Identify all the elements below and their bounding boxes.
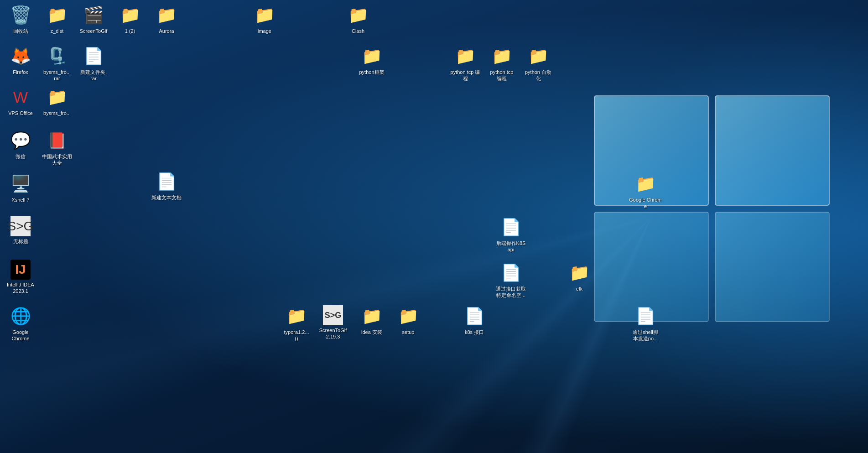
python-auto-label: python 自动化: [525, 69, 551, 82]
aurora-icon: 📁: [156, 4, 177, 26]
new-text-label: 新建文本文档: [151, 194, 182, 201]
12-vue-label: python框架: [359, 69, 384, 75]
new-text-icon: 📄: [156, 171, 177, 193]
martial-arts-icon: 📕: [46, 130, 68, 151]
firefox-icon: 🦊: [10, 45, 31, 67]
wechat-icon: 💬: [10, 130, 31, 151]
screentogif-label: ScreenToGif: [80, 28, 108, 34]
setup-icon: 📁: [397, 305, 419, 327]
backend-k8s-icon: 📄: [500, 216, 522, 238]
2-k8-icon: 📁: [634, 173, 656, 195]
chrome-label: GoogleChrome: [11, 329, 29, 342]
recycle-bin-icon: 🗑️: [10, 4, 31, 26]
get-namespace-label: 通过接口获取特定命名空...: [496, 286, 526, 299]
new-folder-rar-icon: 📄: [83, 45, 104, 67]
icon-python-tcp[interactable]: 📁 python tcp编程: [483, 43, 520, 84]
bysms-fro2-label: bysms_fro...: [43, 110, 71, 116]
icon-recycle-bin[interactable]: 🗑️ 回收站: [2, 2, 39, 36]
intellij-label: IntelliJ IDEA2023.1: [7, 281, 34, 295]
bysms-rar-label: bysms_fro...rar: [43, 69, 71, 82]
k8s-interface-icon: 📄: [463, 305, 485, 327]
z-dist-label: z_dist: [51, 28, 64, 34]
image-label: image: [258, 28, 271, 34]
icon-k8s-interface[interactable]: 📄 k8s 接口: [456, 303, 493, 337]
bysms-fro2-icon: 📁: [46, 86, 68, 108]
12-vue-icon: 📁: [361, 45, 383, 67]
vps-office-label: VPS Office: [8, 110, 33, 116]
martial-arts-label: 中国武术实用大全: [42, 153, 72, 167]
icon-intellij[interactable]: IJ IntelliJ IDEA2023.1: [2, 258, 39, 297]
icon-python-framework[interactable]: 📁 python tcp 编程: [447, 43, 483, 84]
icon-efk[interactable]: 📁 efk: [561, 260, 598, 294]
new-folder-rar-label: 新建文件夹.rar: [80, 69, 107, 82]
python-tcp-label: python tcp编程: [490, 69, 514, 82]
icon-z-dist[interactable]: 📁 z_dist: [39, 2, 75, 36]
xshell-icon: 🖥️: [10, 173, 31, 195]
icon-martial-arts[interactable]: 📕 中国武术实用大全: [39, 128, 75, 168]
z-dist-icon: 📁: [46, 4, 68, 26]
efk-label: efk: [576, 286, 583, 292]
setup-label: setup: [402, 329, 415, 335]
image-icon: 📁: [254, 4, 275, 26]
chrome-icon: 🌐: [10, 305, 31, 327]
icon-get-namespace[interactable]: 📄 通过接口获取特定命名空...: [493, 260, 529, 301]
icon-new-folder-rar[interactable]: 📄 新建文件夹.rar: [75, 43, 112, 84]
bysms-rar-icon: 🗜️: [46, 45, 68, 67]
screentogif2-label: ScreenToGif2.19.3: [319, 327, 347, 340]
xshell-label: Xshell 7: [11, 197, 29, 203]
efk-icon: 📁: [568, 262, 590, 284]
icon-chrome[interactable]: 🌐 GoogleChrome: [2, 303, 39, 344]
icon-shell-send[interactable]: 📄 通过shell脚本发送po...: [627, 303, 664, 344]
k8s-interface-label: k8s 接口: [465, 329, 484, 335]
firefox-label: Firefox: [13, 69, 28, 75]
screentogif2-icon: S>G: [323, 305, 343, 325]
icon-new-text[interactable]: 📄 新建文本文档: [148, 169, 185, 203]
icon-firefox[interactable]: 🦊 Firefox: [2, 43, 39, 77]
typora-label: typora1.2...(): [284, 329, 309, 342]
icon-clash[interactable]: 📁 Clash: [340, 2, 376, 36]
blank-note-icon: S>G: [10, 216, 31, 236]
clash-icon: 📁: [347, 4, 369, 26]
icon-python-auto[interactable]: 📁 python 自动化: [520, 43, 556, 84]
icon-screentogif[interactable]: 🎬 ScreenToGif: [75, 2, 112, 36]
recycle-bin-label: 回收站: [13, 28, 28, 34]
icon-typora[interactable]: 📁 typora1.2...(): [278, 303, 315, 344]
clash-label: Clash: [352, 28, 364, 34]
desktop-icons-container: 🗑️ 回收站 📁 z_dist 🎬 ScreenToGif 📁 1 (2) 📁 …: [0, 0, 868, 453]
python-framework-icon: 📁: [454, 45, 476, 67]
1-2-icon: 📁: [119, 4, 141, 26]
get-namespace-icon: 📄: [500, 262, 522, 284]
icon-image[interactable]: 📁 image: [246, 2, 283, 36]
desktop: 🗑️ 回收站 📁 z_dist 🎬 ScreenToGif 📁 1 (2) 📁 …: [0, 0, 868, 453]
python-framework-label: python tcp 编程: [449, 69, 482, 82]
idea-install-icon: 📁: [361, 305, 383, 327]
blank-note-label: 无标题: [13, 238, 28, 245]
icon-aurora[interactable]: 📁 Aurora: [148, 2, 185, 36]
vps-office-icon: W: [10, 86, 31, 108]
1-2-label: 1 (2): [125, 28, 135, 34]
icon-wechat[interactable]: 💬 微信: [2, 128, 39, 161]
python-tcp-icon: 📁: [491, 45, 513, 67]
2-k8-label: Google Chrome: [629, 197, 662, 210]
icon-screentogif2[interactable]: S>G ScreenToGif2.19.3: [315, 303, 351, 342]
aurora-label: Aurora: [159, 28, 174, 34]
icon-1-2[interactable]: 📁 1 (2): [112, 2, 148, 36]
icon-blank-note[interactable]: S>G 无标题: [2, 214, 39, 246]
icon-bysms-rar[interactable]: 🗜️ bysms_fro...rar: [39, 43, 75, 84]
icon-backend-k8s[interactable]: 📄 后端操作K8Sapi: [493, 214, 529, 255]
intellij-icon: IJ: [10, 260, 31, 280]
icon-vps-office[interactable]: W VPS Office: [2, 84, 39, 118]
shell-send-icon: 📄: [634, 305, 656, 327]
screentogif-icon: 🎬: [83, 4, 104, 26]
icon-setup[interactable]: 📁 setup: [390, 303, 426, 337]
backend-k8s-label: 后端操作K8Sapi: [496, 240, 526, 253]
wechat-label: 微信: [16, 153, 26, 160]
icon-2-k8[interactable]: 📁 Google Chrome: [627, 171, 664, 212]
icon-12-vue[interactable]: 📁 python框架: [353, 43, 390, 77]
shell-send-label: 通过shell脚本发送po...: [633, 329, 658, 342]
icon-idea-install[interactable]: 📁 idea 安装: [353, 303, 390, 337]
icon-xshell[interactable]: 🖥️ Xshell 7: [2, 171, 39, 205]
python-auto-icon: 📁: [527, 45, 549, 67]
idea-install-label: idea 安装: [361, 329, 382, 335]
icon-bysms-fro2[interactable]: 📁 bysms_fro...: [39, 84, 75, 118]
